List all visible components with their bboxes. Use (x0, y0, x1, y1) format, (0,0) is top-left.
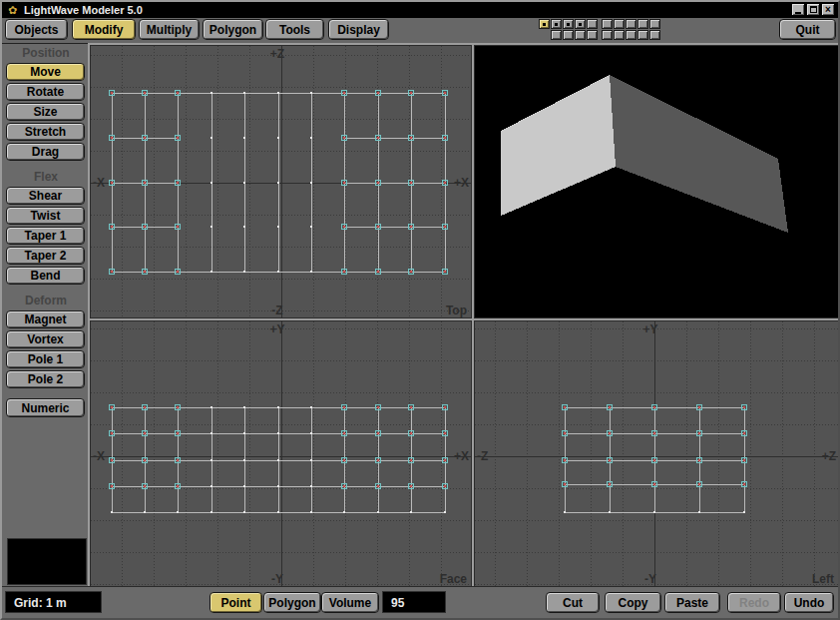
layer-content-dot (555, 23, 558, 26)
layer-fg-8-button[interactable] (626, 19, 636, 29)
layer-fg-10-button[interactable] (649, 19, 660, 29)
minimize-icon (795, 12, 801, 14)
layer-bg-4-button[interactable] (575, 30, 586, 40)
layer-fg-4-button[interactable] (575, 19, 586, 29)
group-label-position: Position (2, 46, 90, 60)
close-icon: × (825, 5, 831, 15)
layer-fg-7-button[interactable] (614, 19, 625, 29)
group-label-deform: Deform (2, 294, 90, 308)
minimize-button[interactable] (791, 3, 805, 16)
svg-text:-Y: -Y (271, 572, 283, 586)
svg-text:-Z: -Z (271, 304, 282, 317)
menu-multiply[interactable]: Multiply (139, 19, 200, 40)
menu-objects[interactable]: Objects (5, 19, 68, 40)
svg-text:Left: Left (812, 572, 834, 586)
tool-vortex[interactable]: Vortex (6, 330, 85, 348)
svg-text:-X: -X (93, 449, 105, 463)
mode-polygon[interactable]: Polygon (263, 592, 321, 613)
tool-rotate[interactable]: Rotate (6, 83, 85, 101)
svg-text:-Z: -Z (477, 449, 488, 463)
tool-taper1[interactable]: Taper 1 (6, 227, 85, 245)
layer-bg-2-button[interactable] (551, 30, 562, 40)
close-button[interactable]: × (821, 3, 835, 16)
tool-pole1[interactable]: Pole 1 (6, 350, 85, 368)
grid-size-display: Grid: 1 m (5, 591, 102, 613)
layer-fg-1-button[interactable] (539, 19, 550, 29)
svg-text:+X: +X (454, 176, 469, 190)
layer-content-dot (579, 23, 582, 26)
layer-bg-3-button[interactable] (563, 30, 574, 40)
paste-button[interactable]: Paste (664, 592, 720, 613)
layer-bg-10-button[interactable] (649, 30, 660, 40)
svg-text:+Y: +Y (269, 322, 284, 336)
tool-move[interactable]: Move (6, 63, 85, 81)
svg-text:Top: Top (446, 304, 467, 317)
app-icon: ✿ (6, 4, 19, 17)
tool-stretch[interactable]: Stretch (6, 123, 85, 141)
layer-bg-8-button[interactable] (626, 30, 636, 40)
layer-fg-2-button[interactable] (551, 19, 562, 29)
quit-button[interactable]: Quit (779, 19, 836, 40)
layer-bg-6-button[interactable] (602, 30, 613, 40)
layer-bg-7-button[interactable] (614, 30, 625, 40)
lightwave-modeler-window: { "window": { "title": "LightWave Modele… (0, 0, 840, 620)
tool-shear[interactable]: Shear (6, 187, 85, 205)
layer-content-dot (567, 23, 570, 26)
title-bar: ✿ LightWave Modeler 5.0 × (2, 2, 838, 18)
tool-magnet[interactable]: Magnet (6, 310, 85, 328)
viewport-face[interactable]: +Y-Y-X+XFace (90, 320, 472, 587)
viewport-perspective[interactable] (474, 45, 839, 318)
sidebar-preview-box (7, 538, 87, 585)
menu-polygon[interactable]: Polygon (203, 19, 263, 40)
viewport-left[interactable]: +Y-Y-Z+ZLeft (474, 320, 839, 587)
svg-text:-X: -X (93, 176, 105, 190)
layer-bg-5-button[interactable] (587, 30, 598, 40)
viewport-top[interactable]: +Z-Z-X+XTop (90, 45, 472, 318)
svg-text:+X: +X (454, 449, 469, 463)
cut-button[interactable]: Cut (546, 592, 600, 613)
svg-text:-Y: -Y (644, 572, 656, 586)
mode-volume[interactable]: Volume (321, 592, 379, 613)
window-title: LightWave Modeler 5.0 (24, 4, 143, 16)
svg-text:Face: Face (440, 572, 468, 586)
svg-text:+Y: +Y (642, 322, 657, 336)
undo-button[interactable]: Undo (784, 592, 834, 613)
menu-modify[interactable]: Modify (72, 19, 136, 40)
svg-text:+Z: +Z (270, 47, 284, 61)
selection-count-display: 95 (382, 591, 446, 613)
layer-fg-6-button[interactable] (602, 19, 613, 29)
layer-content-dot (543, 23, 546, 26)
tool-bend[interactable]: Bend (6, 267, 85, 285)
layer-fg-3-button[interactable] (563, 19, 574, 29)
numeric-button[interactable]: Numeric (6, 398, 85, 417)
layer-bg-9-button[interactable] (637, 30, 648, 40)
layer-grid (539, 19, 664, 41)
svg-text:+Z: +Z (822, 449, 836, 463)
menu-display[interactable]: Display (328, 19, 389, 40)
layer-fg-5-button[interactable] (587, 19, 598, 29)
redo-button[interactable]: Redo (727, 592, 781, 613)
tool-size[interactable]: Size (6, 103, 85, 121)
maximize-button[interactable] (806, 3, 820, 16)
menu-tools[interactable]: Tools (265, 19, 324, 40)
tool-drag[interactable]: Drag (6, 143, 85, 161)
tool-pole2[interactable]: Pole 2 (6, 370, 85, 388)
mode-point[interactable]: Point (210, 592, 262, 613)
maximize-icon (810, 6, 817, 13)
layer-fg-9-button[interactable] (637, 19, 648, 29)
tool-taper2[interactable]: Taper 2 (6, 247, 85, 265)
copy-button[interactable]: Copy (605, 592, 661, 613)
tool-twist[interactable]: Twist (6, 207, 85, 225)
group-label-flex: Flex (2, 170, 90, 184)
